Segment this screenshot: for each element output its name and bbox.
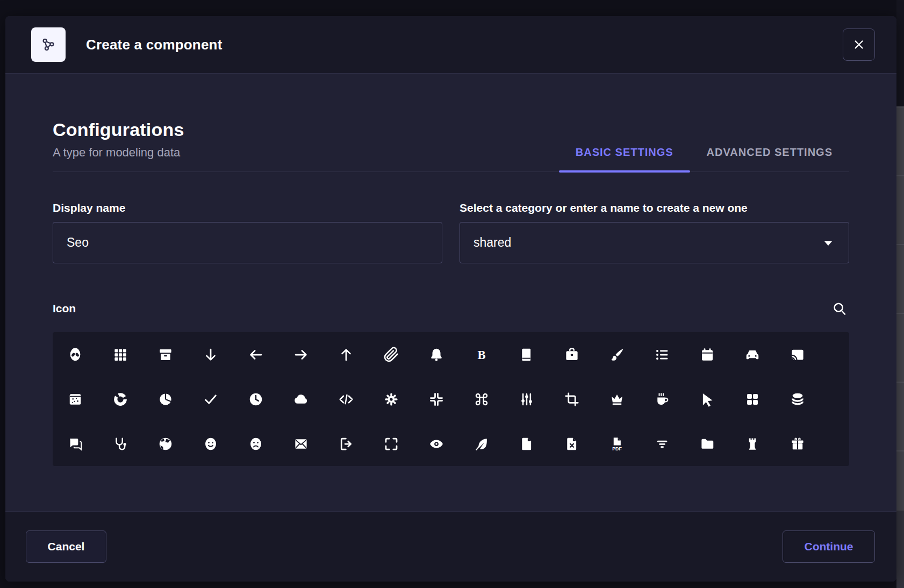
create-component-modal: Create a component Configurations A type… [5, 16, 896, 582]
tab-basic-settings[interactable]: BASIC SETTINGS [559, 146, 690, 171]
bell-icon[interactable] [421, 340, 451, 370]
file-error-icon[interactable] [557, 429, 587, 459]
arrow-up-icon[interactable] [331, 340, 361, 370]
search-icon [831, 300, 848, 317]
briefcase-icon[interactable] [557, 340, 587, 370]
cursor-icon[interactable] [692, 384, 722, 414]
background-table-footer [896, 511, 904, 588]
display-name-input[interactable] [53, 222, 442, 263]
database-icon[interactable] [783, 384, 813, 414]
feather-icon[interactable] [467, 429, 497, 459]
bold-icon[interactable]: B [467, 340, 497, 370]
modal-footer: Cancel Continue [5, 511, 896, 582]
background-page-edge [896, 0, 904, 588]
close-icon [852, 38, 866, 52]
chart-pie-icon[interactable] [150, 384, 181, 414]
collapse-icon[interactable] [421, 384, 451, 414]
tabs-divider [53, 171, 849, 172]
tabs: BASIC SETTINGS ADVANCED SETTINGS [559, 146, 849, 171]
earth-icon[interactable] [150, 429, 181, 459]
dashboard-icon[interactable] [737, 384, 767, 414]
search-icon-button[interactable] [830, 299, 849, 318]
alien-icon[interactable] [60, 340, 90, 370]
expand-icon[interactable] [376, 429, 406, 459]
file-icon[interactable] [512, 429, 542, 459]
arrow-down-icon[interactable] [196, 340, 226, 370]
category-label: Select a category or enter a name to cre… [460, 202, 849, 214]
attachment-icon[interactable] [376, 340, 406, 370]
svg-text:B: B [477, 348, 485, 361]
modal-title: Create a component [86, 37, 223, 53]
tab-advanced-settings[interactable]: ADVANCED SETTINGS [690, 146, 849, 171]
section-subtitle: A type for modeling data [53, 146, 184, 160]
console-icon[interactable] [512, 384, 542, 414]
category-select-value: shared [473, 235, 511, 250]
bullet-list-icon[interactable] [647, 340, 677, 370]
envelope-icon[interactable] [286, 429, 316, 459]
filter-icon[interactable] [647, 429, 677, 459]
exit-icon[interactable] [331, 429, 361, 459]
close-button[interactable] [843, 28, 875, 61]
cloud-icon[interactable] [286, 384, 316, 414]
arrow-left-icon[interactable] [241, 340, 271, 370]
crop-icon[interactable] [557, 384, 587, 414]
chart-bubble-icon[interactable] [60, 384, 90, 414]
book-icon[interactable] [512, 340, 542, 370]
apps-icon[interactable] [105, 340, 135, 370]
display-name-label: Display name [53, 202, 442, 214]
clock-icon[interactable] [241, 384, 271, 414]
arrow-right-icon[interactable] [286, 340, 316, 370]
cast-icon[interactable] [783, 340, 813, 370]
modal-body: Configurations A type for modeling data … [5, 74, 896, 511]
background-table-rows [896, 106, 904, 511]
eye-icon[interactable] [421, 429, 451, 459]
category-select[interactable]: shared [460, 222, 849, 263]
archive-icon[interactable] [150, 340, 181, 370]
doctor-icon[interactable] [105, 429, 135, 459]
discuss-icon[interactable] [60, 429, 90, 459]
modal-header: Create a component [5, 16, 896, 74]
gate-icon[interactable] [737, 429, 767, 459]
brush-icon[interactable] [602, 340, 632, 370]
calendar-icon[interactable] [692, 340, 722, 370]
file-pdf-icon[interactable]: PDF [602, 429, 632, 459]
chevron-down-icon [821, 236, 835, 250]
crown-icon[interactable] [602, 384, 632, 414]
code-icon[interactable] [331, 384, 361, 414]
icon-grid: BPDF [53, 332, 849, 466]
emotion-unhappy-icon[interactable] [241, 429, 271, 459]
svg-text:PDF: PDF [612, 446, 622, 451]
icon-picker-label: Icon [53, 302, 76, 315]
cup-icon[interactable] [647, 384, 677, 414]
cancel-button[interactable]: Cancel [26, 530, 106, 563]
car-icon[interactable] [737, 340, 767, 370]
continue-button[interactable]: Continue [783, 530, 875, 563]
cog-icon[interactable] [376, 384, 406, 414]
chart-donut-icon[interactable] [105, 384, 135, 414]
command-icon[interactable] [467, 384, 497, 414]
section-title: Configurations [53, 119, 184, 140]
check-icon[interactable] [196, 384, 226, 414]
gift-icon[interactable] [783, 429, 813, 459]
folder-icon[interactable] [692, 429, 722, 459]
emotion-happy-icon[interactable] [196, 429, 226, 459]
component-icon [31, 27, 66, 62]
